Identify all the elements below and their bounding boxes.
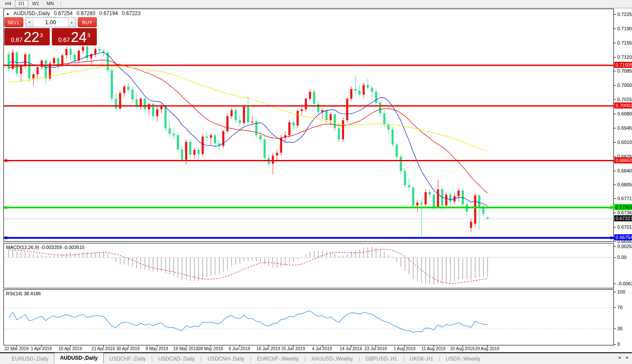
date-tick-label: 4 Jul 2019 bbox=[312, 346, 332, 351]
tab-ukoil-h1[interactable]: UKOil-,H1 bbox=[404, 354, 439, 363]
date-tick-label: 1 Aug 2019 bbox=[393, 346, 415, 351]
hline-handle-left[interactable] bbox=[5, 236, 7, 239]
date-tick-label: 16 Jun 2019 bbox=[256, 346, 280, 351]
rsi-tick-mark bbox=[614, 329, 616, 329]
sell-price-prefix: 0.67 bbox=[11, 35, 22, 44]
tab-audusd-daily[interactable]: AUDUSD-,Daily bbox=[54, 353, 104, 364]
hline-price-chip: 0.68655 bbox=[614, 157, 632, 163]
hline-handle-left[interactable] bbox=[5, 160, 7, 162]
price-tick-label: 0.72250 bbox=[617, 12, 632, 17]
ohlc-open: 0.67254 bbox=[54, 10, 73, 16]
price-tick-label: 0.68400 bbox=[617, 168, 632, 173]
price-tick-label: 0.68050 bbox=[617, 182, 632, 187]
sell-price-panel[interactable]: 0.67 22 3 bbox=[4, 28, 50, 45]
macd-canvas[interactable] bbox=[4, 243, 614, 289]
date-tick-label: 1 Apr 2019 bbox=[31, 346, 51, 351]
macd-tick-mark bbox=[614, 284, 616, 284]
moving-average-25 bbox=[9, 60, 488, 193]
tab-scroll-right-icon[interactable]: ► bbox=[626, 355, 629, 360]
price-tick-mark bbox=[614, 14, 616, 15]
date-tick-label: 29 Aug 2019 bbox=[475, 346, 499, 351]
macd-tick-label: 0.002574 bbox=[617, 244, 632, 249]
sell-button[interactable]: SELL bbox=[4, 17, 23, 27]
rsi-canvas[interactable] bbox=[4, 290, 614, 346]
macd-panel[interactable] bbox=[3, 243, 614, 288]
tab-scroll-left-icon[interactable]: ◄ bbox=[617, 355, 621, 360]
volume-input[interactable]: 1.00 bbox=[33, 18, 68, 27]
chart-title: ▲ AUDUSD-,Daily 0.67254 0.67280 0.67194 … bbox=[6, 10, 140, 16]
chart-tabs: EURUSD-,DailyAUDUSD-,DailyUSDCHF-,Daily|… bbox=[6, 354, 486, 364]
volume-decrease-button[interactable]: ▼ bbox=[26, 18, 33, 27]
tab-eurusd-daily[interactable]: EURUSD-,Daily bbox=[6, 354, 54, 363]
date-tick-label: 28 May 2019 bbox=[198, 346, 223, 351]
timeframe-toolbar: H4D1W1MN bbox=[0, 0, 632, 9]
buy-price-big: 24 bbox=[71, 30, 87, 44]
rsi-tick-label: 100 bbox=[617, 289, 625, 294]
price-tick-mark bbox=[614, 213, 616, 213]
rsi-tick-label: 70 bbox=[617, 305, 622, 310]
price-tick-mark bbox=[614, 241, 616, 242]
buy-price-panel[interactable]: 0.67 24 3 bbox=[52, 28, 97, 45]
date-tick-label: 9 May 2019 bbox=[146, 346, 168, 351]
date-tick-label: 19 May 2019 bbox=[173, 346, 198, 351]
price-tick-label: 0.69800 bbox=[617, 111, 632, 116]
price-tick-mark bbox=[614, 198, 616, 199]
ohlc-high: 0.67280 bbox=[77, 10, 95, 16]
macd-histogram bbox=[9, 247, 488, 285]
hline-handle-right[interactable] bbox=[610, 236, 613, 239]
collapse-icon[interactable]: ▲ bbox=[6, 12, 10, 16]
timeframe-button-h4[interactable]: H4 bbox=[2, 0, 15, 7]
hline-price-chip: 0.67501 bbox=[614, 204, 632, 210]
timeframe-button-mn[interactable]: MN bbox=[43, 0, 57, 7]
macd-tick-mark bbox=[614, 246, 616, 247]
buy-price-prefix: 0.67 bbox=[58, 35, 70, 44]
timeframe-button-d1[interactable]: D1 bbox=[15, 0, 28, 7]
rsi-tick-mark bbox=[614, 292, 616, 292]
rsi-panel[interactable] bbox=[3, 289, 614, 345]
price-tick-mark bbox=[614, 114, 616, 114]
current-price-chip: 0.67223 bbox=[614, 215, 632, 221]
tab-usdchf-daily[interactable]: USDCHF-,Daily bbox=[104, 354, 151, 363]
price-tick-mark bbox=[614, 142, 616, 143]
tab-usdx-weekly[interactable]: USDX-,Weekly bbox=[440, 354, 486, 363]
hline-price-chip: 0.66754 bbox=[614, 234, 632, 240]
date-tick-label: 20 Aug 2019 bbox=[450, 346, 474, 351]
tab-usdcad-daily[interactable]: USDCAD-,Daily bbox=[153, 354, 201, 363]
date-tick-label: 30 Apr 2019 bbox=[116, 346, 140, 351]
price-tick-mark bbox=[614, 227, 616, 227]
rsi-tick-label: 0 bbox=[617, 342, 620, 347]
tab-usdcnh-daily[interactable]: USDCNH-,Daily bbox=[202, 354, 250, 363]
buy-price-pip: 3 bbox=[87, 32, 90, 38]
date-tick-label: 11 Aug 2019 bbox=[421, 346, 445, 351]
volume-spinner: ▼ 1.00 ▲ bbox=[26, 17, 76, 27]
tab-gbpusd-h1[interactable]: GBPUSD-,H1 bbox=[360, 354, 403, 363]
hline-handle-right[interactable] bbox=[610, 206, 613, 209]
ohlc-low: 0.67194 bbox=[99, 10, 118, 16]
one-click-trading-panel: SELL ▼ 1.00 ▲ BUY 0.67 22 3 0.67 24 3 bbox=[4, 17, 97, 45]
price-tick-mark bbox=[614, 43, 616, 43]
tab-xauusd-weekly[interactable]: XAUUSD-,Weekly bbox=[306, 354, 358, 363]
rsi-tick-mark bbox=[614, 307, 616, 308]
tab-eurchf-weekly[interactable]: EURCHF-,Weekly bbox=[251, 354, 304, 363]
ohlc-close: 0.67223 bbox=[122, 10, 140, 16]
date-tick-label: 6 Jun 2019 bbox=[229, 346, 250, 351]
rsi-label: RSI(14) 38.4186 bbox=[6, 291, 41, 296]
volume-increase-button[interactable]: ▲ bbox=[68, 18, 75, 27]
sell-price-big: 22 bbox=[23, 30, 39, 44]
buy-button[interactable]: BUY bbox=[78, 17, 97, 27]
price-tick-mark bbox=[614, 171, 616, 171]
chevron-down-icon: ▼ bbox=[28, 21, 31, 24]
date-tick-label: 22 Mar 2019 bbox=[4, 346, 29, 351]
price-tick-label: 0.70150 bbox=[617, 97, 632, 102]
price-tick-label: 0.69100 bbox=[617, 140, 632, 145]
price-tick-mark bbox=[614, 71, 616, 71]
hline-price-chip: 0.70002 bbox=[614, 102, 632, 109]
price-tick-label: 0.71900 bbox=[617, 26, 632, 31]
rsi-tick-mark bbox=[614, 344, 616, 345]
price-tick-label: 0.67010 bbox=[617, 224, 632, 230]
timeframe-button-w1[interactable]: W1 bbox=[29, 0, 43, 7]
price-tick-mark bbox=[614, 29, 616, 29]
chevron-up-icon: ▲ bbox=[70, 21, 73, 24]
hline-handle-left[interactable] bbox=[5, 206, 7, 209]
date-tick-label: 25 Jun 2019 bbox=[281, 346, 305, 351]
